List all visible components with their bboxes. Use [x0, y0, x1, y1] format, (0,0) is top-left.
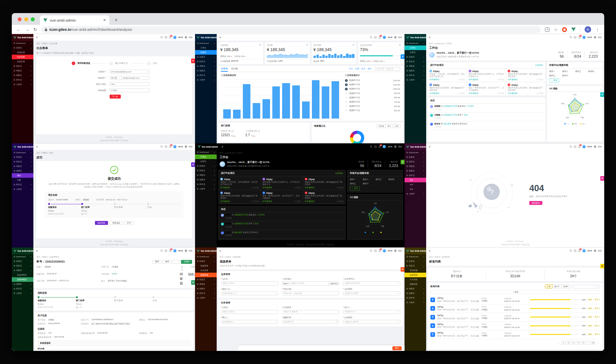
add-button[interactable]: ＋ 添加	[549, 78, 559, 82]
sidebar-item[interactable]: 异常页▾	[12, 286, 33, 291]
info-icon[interactable]: i	[259, 44, 261, 46]
quick-op-link[interactable]: 操作一	[549, 70, 561, 73]
sidebar-item[interactable]: 基础详情页	[12, 273, 33, 277]
more-link[interactable]: 更多 ▾	[594, 307, 600, 310]
sidebar-item[interactable]: 详情页▾	[12, 164, 33, 169]
sidebar-item[interactable]: 结果页▾	[12, 282, 33, 286]
user-avatar[interactable]	[582, 36, 586, 39]
browser-tab[interactable]: vue-antd-admin ✕	[40, 15, 109, 25]
question-icon[interactable]: ?	[574, 36, 576, 39]
search-icon[interactable]	[370, 249, 372, 252]
project-card[interactable]: AAlipay城镇中有那么多的酒馆，她却偏偏走进了我的酒馆科学搬砖组9小时前	[506, 82, 545, 96]
sidebar-item[interactable]: 失败	[12, 178, 33, 182]
feed-link[interactable]: 高逼格设计天团	[443, 114, 457, 116]
prev-page-button[interactable]: ‹	[556, 341, 560, 345]
team-link[interactable]: 科学搬砖组	[263, 200, 272, 203]
date-range-picker[interactable]: 开始日期~结束日期	[375, 67, 400, 71]
sidebar-item[interactable]: 403	[405, 182, 426, 187]
sidebar-item[interactable]: 表单页▾	[195, 164, 217, 168]
team-link[interactable]: 科学搬砖组	[220, 200, 230, 203]
print-button[interactable]: 打印	[124, 221, 134, 225]
language-label[interactable]: 简体	[398, 250, 402, 252]
logo[interactable]: Vue Antd Admin	[405, 247, 426, 254]
logo[interactable]: Vue Antd Admin	[195, 34, 217, 41]
sidebar-item[interactable]: 工作台	[405, 46, 426, 50]
theme-settings-gear[interactable]: ⚙	[600, 176, 604, 181]
quick-op-link[interactable]: 操作五	[549, 74, 561, 77]
language-label[interactable]: 简体	[598, 250, 602, 252]
theme-settings-gear[interactable]: ⚙	[401, 160, 405, 164]
sidebar-item[interactable]: 分析页	[405, 50, 426, 55]
globe-icon[interactable]	[394, 249, 397, 252]
sidebar-item[interactable]: 异常页▾	[195, 182, 217, 187]
theme-settings-gear[interactable]: ⚙	[191, 280, 195, 285]
question-icon[interactable]: ?	[374, 145, 377, 148]
sidebar-item[interactable]: 分析页	[195, 159, 217, 164]
sidebar-item[interactable]: Dashboard▴	[195, 150, 217, 155]
repo-admin-select[interactable]: 请选择仓库管理员▼	[343, 282, 400, 285]
owner-select[interactable]: 请选择责任人▼	[221, 320, 278, 324]
sidebar-item[interactable]: 小组件▾	[195, 187, 217, 191]
question-icon[interactable]: ?	[374, 36, 377, 39]
language-label[interactable]: 简体	[189, 36, 192, 39]
menu-fold-icon[interactable]: ≡	[36, 36, 38, 39]
globe-icon[interactable]	[594, 145, 596, 148]
more-actions-button[interactable]: ···	[173, 260, 180, 264]
notification-bell[interactable]: 12	[578, 249, 581, 252]
sidebar-item[interactable]: 详情页▾	[12, 68, 33, 73]
sidebar-item[interactable]: 详情页▾	[195, 173, 217, 177]
extension-icon[interactable]	[562, 27, 567, 32]
language-label[interactable]: 简体	[398, 36, 402, 39]
more-link[interactable]: 更多 ▾	[594, 333, 600, 336]
notification-bell[interactable]: 12	[578, 36, 581, 39]
all-projects-link[interactable]: 全部项目	[535, 64, 543, 67]
menu-fold-icon[interactable]: ≡	[222, 145, 223, 148]
quick-op-link[interactable]: 操作二	[363, 178, 374, 181]
page-number[interactable]: 5	[581, 341, 585, 345]
footer-link[interactable]: Pro首页	[287, 244, 294, 246]
sidebar-item[interactable]: 小组件▾	[12, 291, 33, 296]
notification-bell[interactable]: 12	[169, 145, 172, 148]
project-card[interactable]: AAlipay那时候我只会想自己想要什么，从不想自己拥有什么科学搬砖组9小时前	[261, 176, 303, 190]
repo-name-input[interactable]: 请输入仓库名	[221, 282, 278, 285]
team-link[interactable]: 科学搬砖组	[263, 186, 272, 189]
sidebar-item[interactable]: 详情页▴	[12, 268, 33, 273]
user-name[interactable]: JACK	[178, 146, 183, 148]
search-icon[interactable]	[370, 145, 372, 148]
filter-button[interactable]: 进行中	[552, 284, 562, 288]
feed-link[interactable]: 高逼格设计天团	[234, 223, 248, 225]
project-card[interactable]: AAlipay希望是一个好东西，也许是最好的，好东西是不会消亡的科学搬砖组9小时…	[428, 68, 467, 82]
notification-bell[interactable]: 12	[378, 145, 381, 148]
primary-action-button[interactable]: 主操作	[181, 260, 192, 264]
theme-settings-gear[interactable]: ⚙	[191, 162, 195, 167]
user-name[interactable]: JACK	[587, 146, 592, 148]
sidebar-item[interactable]: Dashboard▾	[405, 254, 426, 259]
question-icon[interactable]: ?	[165, 249, 167, 252]
task-desc-input[interactable]: 请输入任务描述	[282, 310, 339, 314]
globe-icon[interactable]	[594, 36, 596, 39]
sidebar-item[interactable]: 结果页▾	[195, 286, 217, 291]
tab-close-icon[interactable]: ✕	[103, 18, 106, 22]
sidebar-item[interactable]: 异常页▾	[12, 78, 33, 82]
globe-icon[interactable]	[185, 145, 187, 148]
executor-select[interactable]: 请选择执行人▼	[343, 310, 400, 314]
back-to-list-button[interactable]: 返回列表	[95, 221, 108, 225]
sidebar-item[interactable]: 小组件▾	[195, 296, 217, 300]
search-icon[interactable]	[160, 249, 163, 252]
sidebar-item[interactable]: 详情页▾	[405, 64, 426, 68]
logo[interactable]: Vue Antd Admin	[405, 143, 426, 150]
edit-link[interactable]: 编辑	[588, 307, 592, 310]
feed-link[interactable]: 八月迭代	[257, 214, 265, 216]
sidebar-item[interactable]: 详情页▾	[195, 64, 217, 68]
sidebar-item[interactable]: 高级详情页	[12, 277, 33, 282]
question-icon[interactable]: ?	[374, 249, 377, 252]
question-icon[interactable]: ?	[574, 145, 576, 148]
action-button[interactable]: 操作	[153, 260, 162, 264]
question-icon[interactable]: ?	[574, 249, 576, 252]
task-name-input[interactable]: 请输入任务名	[221, 310, 278, 314]
globe-icon[interactable]	[185, 36, 187, 39]
feed-link[interactable]: 留言	[464, 114, 468, 116]
notification-bell[interactable]: 12	[169, 249, 172, 252]
theme-settings-gear[interactable]: ⚙	[600, 264, 604, 268]
search-icon[interactable]	[160, 145, 163, 148]
